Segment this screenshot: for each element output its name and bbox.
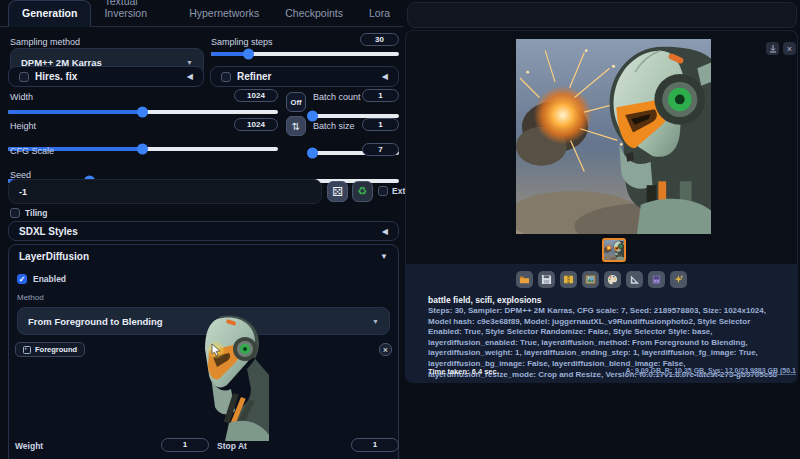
send-to-img2img-button[interactable] xyxy=(582,271,599,288)
batch-count-label: Batch count xyxy=(313,92,361,102)
swap-icon: ⇅ xyxy=(292,121,300,132)
swap-dimensions-button[interactable]: ⇅ xyxy=(286,116,306,136)
cfg-scale-input[interactable]: 7 xyxy=(362,143,399,156)
width-slider[interactable] xyxy=(8,110,278,114)
card-icon xyxy=(651,274,662,285)
reuse-seed-button[interactable]: ♻ xyxy=(352,181,373,202)
width-input[interactable]: 1024 xyxy=(234,89,278,102)
send-to-inpaint-button[interactable] xyxy=(604,271,621,288)
layerdiffusion-enabled-checkbox[interactable]: ✓ xyxy=(17,274,27,284)
cursor-highlight xyxy=(207,341,225,359)
palette-icon xyxy=(607,274,618,285)
send-to-extras-button[interactable] xyxy=(626,271,643,288)
batch-size-input[interactable]: 1 xyxy=(362,118,399,131)
tiling-checkbox[interactable] xyxy=(10,208,20,218)
foreground-image[interactable] xyxy=(189,315,275,441)
download-image-button[interactable] xyxy=(766,42,779,55)
weight-label: Weight xyxy=(15,441,43,451)
sdxl-styles-label: SDXL Styles xyxy=(19,226,78,237)
slider-thumb[interactable] xyxy=(307,111,318,122)
refiner-label: Refiner xyxy=(237,71,271,82)
collapse-arrow-icon: ◀ xyxy=(382,72,388,81)
prompt-summary[interactable]: battle field, scifi, explosions xyxy=(428,295,541,305)
open-folder-icon xyxy=(519,274,530,285)
random-seed-button[interactable]: ⚄ xyxy=(327,181,348,202)
open-folder-button[interactable] xyxy=(516,271,533,288)
batch-count-input[interactable]: 1 xyxy=(362,89,399,102)
tab-generation[interactable]: Generation xyxy=(8,0,91,27)
weight-input[interactable]: 1 xyxy=(161,438,209,452)
slider-thumb[interactable] xyxy=(137,144,148,155)
close-gallery-button[interactable]: × xyxy=(783,42,796,55)
image-frame-icon xyxy=(23,346,31,354)
generation-info-panel: battle field, scifi, explosions Steps: 3… xyxy=(405,264,798,383)
height-label: Height xyxy=(10,121,36,131)
foreground-tab-label: Foreground xyxy=(35,345,77,354)
foreground-tab[interactable]: Foreground xyxy=(15,342,85,357)
collapse-arrow-icon: ◀ xyxy=(187,72,193,81)
method-label: Method xyxy=(9,284,398,302)
sdxl-styles-accordion[interactable]: SDXL Styles ◀ xyxy=(8,221,399,241)
hires-fix-label: Hires. fix xyxy=(35,71,77,82)
layerdiffusion-enabled-label: Enabled xyxy=(33,274,66,284)
height-input[interactable]: 1024 xyxy=(234,118,278,131)
tab-lora[interactable]: Lora xyxy=(356,1,403,26)
clear-foreground-image-button[interactable]: × xyxy=(379,343,392,356)
photopea-button[interactable] xyxy=(670,271,687,288)
sparkles-icon xyxy=(673,274,684,285)
close-icon: × xyxy=(787,44,792,54)
seed-input[interactable]: -1 xyxy=(8,179,322,204)
save-zip-icon xyxy=(563,274,574,285)
tiling-label: Tiling xyxy=(25,208,48,218)
stop-at-input[interactable]: 1 xyxy=(351,438,399,452)
sampling-steps-label: Sampling steps xyxy=(211,37,273,47)
collapse-arrow-icon: ◀ xyxy=(382,227,388,236)
save-zip-button[interactable] xyxy=(560,271,577,288)
sd-webui-window: Generation Textual Inversion Hypernetwor… xyxy=(0,0,800,459)
chevron-down-icon: ▼ xyxy=(186,59,193,66)
time-taken: Time taken: 6.4 sec. xyxy=(428,367,499,376)
save-image-button[interactable] xyxy=(538,271,555,288)
hires-fix-checkbox[interactable] xyxy=(19,72,29,82)
memory-stats: A: 9.09 GB, R: 10.35 GB, Sys: 12.0/23.98… xyxy=(626,367,796,376)
generated-image[interactable] xyxy=(516,39,711,234)
prompt-textarea[interactable] xyxy=(407,2,797,28)
settings-tabbar: Generation Textual Inversion Hypernetwor… xyxy=(0,0,403,27)
mouse-cursor-icon xyxy=(211,344,221,356)
tab-hypernetworks[interactable]: Hypernetworks xyxy=(176,1,272,26)
hr-off-button[interactable]: Off xyxy=(286,92,306,112)
footer-stats: Time taken: 6.4 sec. A: 9.09 GB, R: 10.3… xyxy=(428,367,796,376)
seed-extra-checkbox[interactable] xyxy=(378,186,388,196)
picture-icon xyxy=(585,274,596,285)
image-action-row xyxy=(405,271,798,288)
slider-thumb[interactable] xyxy=(307,148,318,159)
sampling-steps-slider[interactable] xyxy=(211,52,399,56)
close-icon: × xyxy=(383,345,388,355)
stop-at-label: Stop At xyxy=(217,441,247,451)
triangle-ruler-icon xyxy=(629,274,640,285)
batch-size-label: Batch size xyxy=(313,121,355,131)
send-to-svd-button[interactable] xyxy=(648,271,665,288)
slider-thumb[interactable] xyxy=(137,107,148,118)
tab-textual-inversion[interactable]: Textual Inversion xyxy=(91,0,176,26)
chevron-down-icon: ▼ xyxy=(372,318,379,325)
dice-icon: ⚄ xyxy=(332,185,342,199)
layerdiffusion-header[interactable]: LayerDiffusion ▼ xyxy=(9,245,398,266)
layerdiffusion-accordion: LayerDiffusion ▼ ✓ Enabled Method From F… xyxy=(8,244,399,459)
seed-value: -1 xyxy=(19,187,27,197)
sampling-steps-input[interactable]: 30 xyxy=(360,33,399,46)
result-gallery: × xyxy=(405,30,798,264)
sampling-method-label: Sampling method xyxy=(10,37,80,47)
tab-checkpoints[interactable]: Checkpoints xyxy=(272,1,356,26)
width-label: Width xyxy=(10,92,33,102)
slider-thumb[interactable] xyxy=(243,49,254,60)
expand-arrow-icon: ▼ xyxy=(380,252,388,261)
recycle-icon: ♻ xyxy=(358,185,368,198)
layerdiffusion-title: LayerDiffusion xyxy=(19,251,89,262)
refiner-accordion[interactable]: Refiner ◀ xyxy=(210,66,399,87)
gallery-thumbnail-selected[interactable] xyxy=(602,238,626,262)
save-icon xyxy=(541,274,552,285)
method-value: From Foreground to Blending xyxy=(28,316,163,327)
refiner-checkbox[interactable] xyxy=(221,72,231,82)
hires-fix-accordion[interactable]: Hires. fix ◀ xyxy=(8,66,204,87)
